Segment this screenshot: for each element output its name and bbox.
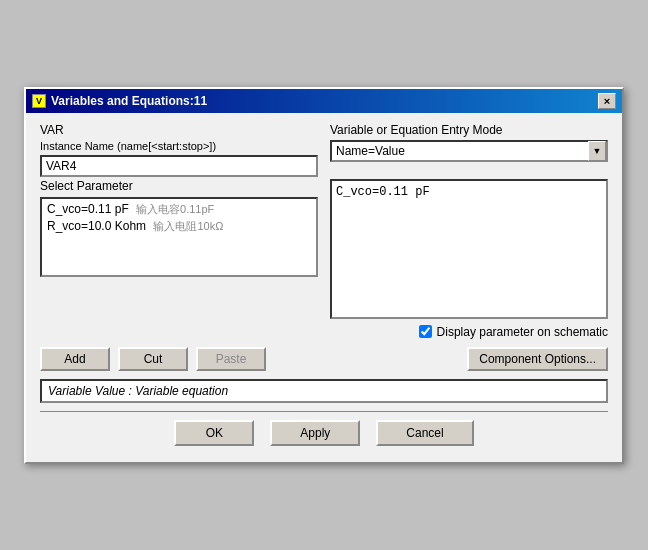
- bottom-button-row: OK Apply Cancel: [40, 420, 608, 452]
- param-chinese-2: 输入电阻10kΩ: [153, 220, 223, 232]
- select-param-label: Select Parameter: [40, 179, 318, 193]
- var-left: VAR Instance Name (name[<start:stop>]): [40, 123, 318, 177]
- variables-equations-dialog: V Variables and Equations:11 × VAR Insta…: [24, 87, 624, 464]
- title-bar-left: V Variables and Equations:11: [32, 94, 207, 108]
- entry-mode-label: Variable or Equation Entry Mode: [330, 123, 608, 137]
- select-param-col: Select Parameter C_vco=0.11 pF 输入电容0.11p…: [40, 179, 318, 319]
- equation-col: C_vco=0.11 pF: [330, 179, 608, 319]
- list-item[interactable]: R_vco=10.0 Kohm 输入电阻10kΩ: [44, 218, 314, 235]
- cancel-button[interactable]: Cancel: [376, 420, 473, 446]
- paste-button[interactable]: Paste: [196, 347, 266, 371]
- top-row: VAR Instance Name (name[<start:stop>]) V…: [40, 123, 608, 177]
- equation-area: C_vco=0.11 pF: [330, 179, 608, 319]
- cut-button[interactable]: Cut: [118, 347, 188, 371]
- parameter-listbox[interactable]: C_vco=0.11 pF 输入电容0.11pF R_vco=10.0 Kohm…: [40, 197, 318, 277]
- title-bar: V Variables and Equations:11 ×: [26, 89, 622, 113]
- apply-button[interactable]: Apply: [270, 420, 360, 446]
- dialog-icon: V: [32, 94, 46, 108]
- status-bar: Variable Value : Variable equation: [40, 379, 608, 403]
- equation-textbox[interactable]: C_vco=0.11 pF: [330, 179, 608, 319]
- instance-label: Instance Name (name[<start:stop>]): [40, 140, 318, 152]
- close-button[interactable]: ×: [598, 93, 616, 109]
- add-button[interactable]: Add: [40, 347, 110, 371]
- param-value-1: C_vco=0.11 pF: [47, 202, 129, 216]
- right-action-buttons: Component Options...: [328, 347, 608, 371]
- var-label: VAR: [40, 123, 318, 137]
- entry-mode-right: Variable or Equation Entry Mode Name=Val…: [330, 123, 608, 177]
- divider: [40, 411, 608, 412]
- middle-row: Select Parameter C_vco=0.11 pF 输入电容0.11p…: [40, 179, 608, 319]
- component-options-button[interactable]: Component Options...: [467, 347, 608, 371]
- display-param-label: Display parameter on schematic: [437, 325, 608, 339]
- entry-mode-select-wrapper: Name=Value Equation ▼: [330, 140, 608, 162]
- ok-button[interactable]: OK: [174, 420, 254, 446]
- dialog-title: Variables and Equations:11: [51, 94, 207, 108]
- status-text: Variable Value : Variable equation: [48, 384, 228, 398]
- list-item[interactable]: C_vco=0.11 pF 输入电容0.11pF: [44, 201, 314, 218]
- action-button-row: Add Cut Paste Component Options...: [40, 347, 608, 371]
- display-param-checkbox[interactable]: [419, 325, 432, 338]
- left-action-buttons: Add Cut Paste: [40, 347, 320, 371]
- dialog-body: VAR Instance Name (name[<start:stop>]) V…: [26, 113, 622, 462]
- entry-mode-select[interactable]: Name=Value Equation: [330, 140, 608, 162]
- param-value-2: R_vco=10.0 Kohm: [47, 219, 146, 233]
- equation-content: C_vco=0.11 pF: [336, 185, 430, 199]
- display-param-row: Display parameter on schematic: [40, 325, 608, 339]
- param-chinese-1: 输入电容0.11pF: [136, 203, 214, 215]
- instance-name-input[interactable]: [40, 155, 318, 177]
